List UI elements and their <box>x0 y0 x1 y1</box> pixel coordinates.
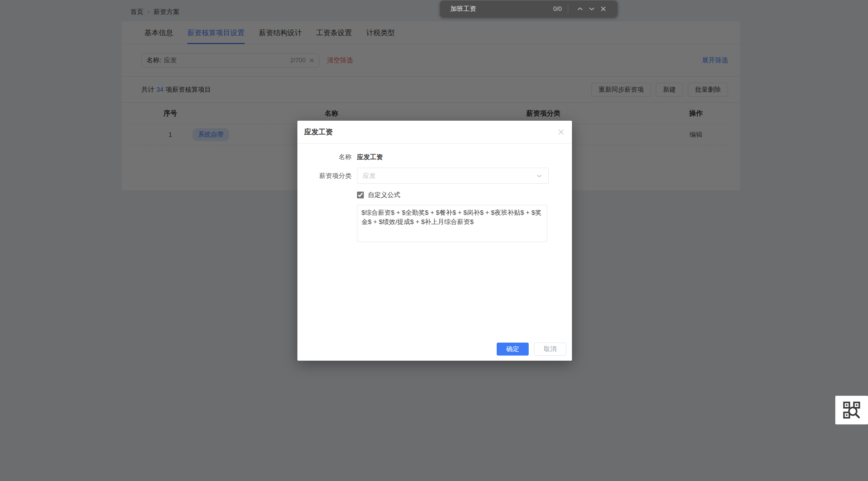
qr-scan-icon <box>842 401 861 419</box>
dialog-header: 应发工资 <box>297 121 572 144</box>
formula-textarea[interactable]: $综合薪资$ + $全勤奖$ + $餐补$ + $岗补$ + $夜班补贴$ + … <box>357 205 547 242</box>
category-select-value: 应发 <box>363 171 376 180</box>
dialog-footer: 确定 取消 <box>497 343 566 356</box>
find-previous-button[interactable] <box>574 3 586 15</box>
name-field-row: 名称 应发工资 <box>297 152 572 162</box>
screen: 首页 › 薪资方案 基本信息 薪资核算项目设置 薪资结构设计 工资条设置 计税类… <box>0 0 868 481</box>
name-field-label: 名称 <box>297 153 352 162</box>
qr-scan-widget[interactable] <box>835 396 868 424</box>
find-close-button[interactable] <box>598 3 609 15</box>
chevron-down-icon <box>536 172 543 180</box>
name-field-value: 应发工资 <box>357 153 383 162</box>
custom-formula-row: 自定义公式 <box>357 191 572 199</box>
find-query-input[interactable]: 加班工资 <box>450 4 476 13</box>
confirm-button[interactable]: 确定 <box>497 343 529 356</box>
find-match-counter: 0/0 <box>553 5 562 13</box>
custom-formula-label[interactable]: 自定义公式 <box>368 191 400 199</box>
salary-item-dialog: 应发工资 名称 应发工资 薪资项分类 应发 自定义公式 <box>297 121 572 361</box>
category-select[interactable]: 应发 <box>357 168 549 184</box>
dialog-title: 应发工资 <box>304 127 333 137</box>
findbar-divider <box>568 4 568 13</box>
category-field-label: 薪资项分类 <box>297 171 352 180</box>
custom-formula-checkbox[interactable] <box>357 192 364 198</box>
category-field-row: 薪资项分类 应发 <box>297 168 572 184</box>
cancel-button[interactable]: 取消 <box>534 343 566 356</box>
dialog-body: 名称 应发工资 薪资项分类 应发 自定义公式 $综合薪资$ + $全勤奖$ + … <box>297 144 572 243</box>
close-icon[interactable] <box>557 128 565 136</box>
find-next-button[interactable] <box>586 3 598 15</box>
find-in-page-bar: 加班工资 0/0 <box>440 1 617 17</box>
